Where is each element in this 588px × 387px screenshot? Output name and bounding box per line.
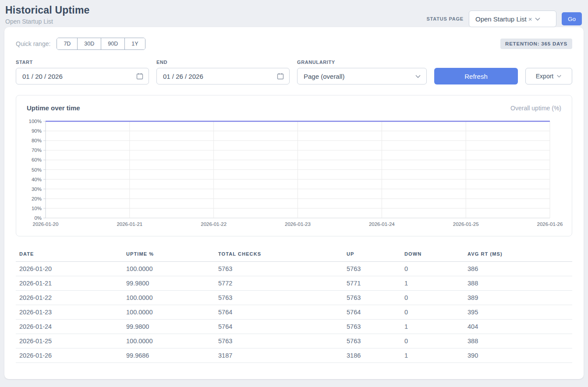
quick-range-30d-button[interactable]: 30D [77,38,101,49]
granularity-select[interactable]: Page (overall) [297,68,427,84]
table-cell: 0 [401,305,464,320]
start-date-field: START 01 / 20 / 2026 [16,60,149,84]
granularity-label: GRANULARITY [297,60,427,65]
chevron-down-icon [415,74,421,78]
table-cell: 5763 [343,262,401,276]
table-cell: 2026-01-20 [16,262,123,276]
retention-badge: RETENTION: 365 DAYS [500,39,572,49]
table-cell: 5771 [343,276,401,291]
table-cell: 5764 [343,305,401,320]
y-tick-label: 10% [32,206,42,211]
y-tick-label: 50% [32,167,42,172]
page-subtitle: Open Startup List [5,18,90,25]
page-header: Historical Uptime Open Startup List STAT… [0,0,588,27]
granularity-selected-value: Page (overall) [304,73,344,80]
table-row: 2026-01-22100.0000576357630389 [16,291,572,305]
refresh-button[interactable]: Refresh [434,68,518,84]
chevron-down-icon [556,74,562,78]
table-cell: 395 [464,305,572,320]
table-cell: 3186 [343,348,401,363]
table-cell: 100.0000 [123,291,215,305]
calendar-icon[interactable] [277,73,284,80]
column-header: UPTIME % [123,247,215,262]
export-button[interactable]: Export [525,68,572,84]
x-tick-label: 2026-01-22 [201,222,227,227]
table-cell: 3187 [215,348,343,363]
y-tick-label: 60% [32,157,42,162]
y-tick-label: 70% [32,148,42,153]
x-tick-label: 2026-01-21 [117,222,142,227]
start-date-label: START [16,60,149,65]
quick-range-1y-button[interactable]: 1Y [124,38,145,49]
title-block: Historical Uptime Open Startup List [5,4,90,25]
column-header: UP [343,247,401,262]
uptime-chart-card: Uptime over time Overall uptime (%) 0%10… [16,95,572,236]
table-cell: 5763 [343,291,401,305]
status-page-select[interactable]: Open Startup List × [469,11,556,27]
x-tick-label: 2026-01-20 [33,222,59,227]
y-tick-label: 20% [32,196,42,201]
table-cell: 390 [464,348,572,363]
quick-range-90d-button[interactable]: 90D [101,38,124,49]
end-date-label: END [156,60,290,65]
table-header-row: DATEUPTIME %TOTAL CHECKSUPDOWNAVG RT (MS… [16,247,572,262]
table-row: 2026-01-23100.0000576457640395 [16,305,572,320]
end-date-field: END 01 / 26 / 2026 [156,60,290,84]
table-row: 2026-01-25100.0000576357630388 [16,334,572,348]
toolbar-row: Quick range: 7D30D90D1Y RETENTION: 365 D… [16,38,572,50]
calendar-icon[interactable] [136,73,143,80]
quick-range-label: Quick range: [16,40,50,47]
end-date-value: 01 / 26 / 2026 [163,73,203,80]
table-cell: 100.0000 [123,305,215,320]
table-row: 2026-01-2199.9800577257711388 [16,276,572,291]
table-cell: 0 [401,262,464,276]
table-cell: 100.0000 [123,262,215,276]
table-cell: 100.0000 [123,334,215,348]
x-tick-label: 2026-01-25 [453,222,479,227]
table-cell: 1 [401,320,464,334]
table-cell: 388 [464,334,572,348]
page-title: Historical Uptime [5,4,90,16]
table-cell: 1 [401,276,464,291]
start-date-input[interactable]: 01 / 20 / 2026 [16,68,149,84]
table-cell: 2026-01-24 [16,320,123,334]
table-cell: 99.9686 [123,348,215,363]
table-cell: 5763 [215,334,343,348]
quick-range-7d-button[interactable]: 7D [57,38,77,49]
uptime-table-wrap: DATEUPTIME %TOTAL CHECKSUPDOWNAVG RT (MS… [16,247,572,363]
table-cell: 5763 [343,320,401,334]
table-cell: 389 [464,291,572,305]
table-cell: 5764 [215,320,343,334]
table-cell: 5772 [215,276,343,291]
status-page-label: STATUS PAGE [426,16,464,21]
end-date-input[interactable]: 01 / 26 / 2026 [156,68,290,84]
table-cell: 0 [401,334,464,348]
table-cell: 404 [464,320,572,334]
clear-selection-icon[interactable]: × [528,15,532,23]
column-header: AVG RT (MS) [464,247,572,262]
granularity-field: GRANULARITY Page (overall) [297,60,427,84]
x-tick-label: 2026-01-23 [285,222,311,227]
x-tick-label: 2026-01-26 [537,222,563,227]
go-button[interactable]: Go [562,12,582,25]
table-cell: 99.9800 [123,276,215,291]
chart-title: Uptime over time [27,104,80,112]
export-button-label: Export [536,73,553,80]
status-page-selected-value: Open Startup List [475,15,527,23]
y-tick-label: 40% [32,177,42,182]
header-actions: STATUS PAGE Open Startup List × Go [426,11,582,27]
table-cell: 99.9800 [123,320,215,334]
table-cell: 2026-01-26 [16,348,123,363]
table-cell: 386 [464,262,572,276]
y-tick-label: 90% [32,128,42,134]
table-cell: 5763 [343,334,401,348]
column-header: DATE [16,247,123,262]
table-row: 2026-01-2699.9686318731861390 [16,348,572,363]
table-cell: 2026-01-22 [16,291,123,305]
table-cell: 5763 [215,291,343,305]
chevron-down-icon [535,17,541,21]
table-cell: 388 [464,276,572,291]
table-cell: 2026-01-21 [16,276,123,291]
main-panel: Quick range: 7D30D90D1Y RETENTION: 365 D… [4,27,584,379]
table-cell: 5763 [215,262,343,276]
